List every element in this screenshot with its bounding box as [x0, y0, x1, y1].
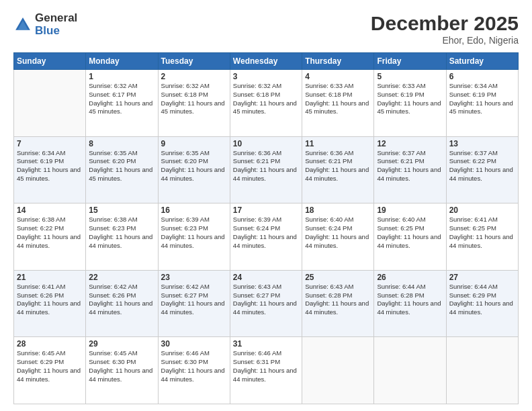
cell-info: Sunrise: 6:36 AMSunset: 6:21 PMDaylight:… [233, 149, 299, 183]
cell-info: Sunrise: 6:34 AMSunset: 6:19 PMDaylight:… [449, 82, 515, 116]
calendar-cell: 30Sunrise: 6:46 AMSunset: 6:30 PMDayligh… [158, 337, 230, 404]
day-number: 24 [233, 273, 299, 282]
day-number: 2 [161, 72, 227, 81]
calendar-cell: 4Sunrise: 6:33 AMSunset: 6:18 PMDaylight… [302, 70, 374, 137]
calendar-cell [374, 337, 446, 404]
calendar-cell: 1Sunrise: 6:32 AMSunset: 6:17 PMDaylight… [86, 70, 158, 137]
calendar-cell [302, 337, 374, 404]
header: General Blue December 2025 Ehor, Edo, Ni… [13, 12, 519, 46]
day-number: 11 [305, 139, 371, 148]
cell-info: Sunrise: 6:35 AMSunset: 6:20 PMDaylight:… [89, 149, 154, 183]
calendar-cell [446, 337, 518, 404]
cell-info: Sunrise: 6:32 AMSunset: 6:17 PMDaylight:… [89, 82, 154, 116]
calendar-cell: 31Sunrise: 6:46 AMSunset: 6:31 PMDayligh… [230, 337, 302, 404]
calendar-cell: 9Sunrise: 6:35 AMSunset: 6:20 PMDaylight… [158, 136, 230, 203]
cell-info: Sunrise: 6:39 AMSunset: 6:24 PMDaylight:… [233, 216, 299, 250]
day-number: 13 [449, 139, 515, 148]
cell-info: Sunrise: 6:38 AMSunset: 6:22 PMDaylight:… [17, 216, 83, 250]
calendar-cell: 14Sunrise: 6:38 AMSunset: 6:22 PMDayligh… [14, 203, 86, 271]
calendar-cell: 20Sunrise: 6:41 AMSunset: 6:25 PMDayligh… [446, 203, 518, 271]
logo-icon [13, 15, 32, 34]
calendar-cell: 5Sunrise: 6:33 AMSunset: 6:19 PMDaylight… [374, 70, 446, 137]
cell-info: Sunrise: 6:42 AMSunset: 6:26 PMDaylight:… [89, 283, 154, 317]
day-number: 31 [233, 339, 299, 349]
day-number: 20 [449, 205, 515, 215]
month-title: December 2025 [371, 12, 519, 35]
calendar-cell: 23Sunrise: 6:42 AMSunset: 6:27 PMDayligh… [158, 270, 230, 337]
day-number: 21 [17, 273, 83, 282]
day-number: 16 [161, 205, 227, 215]
cell-info: Sunrise: 6:37 AMSunset: 6:21 PMDaylight:… [377, 149, 443, 183]
calendar-cell: 29Sunrise: 6:45 AMSunset: 6:30 PMDayligh… [86, 337, 158, 404]
day-number: 8 [89, 139, 154, 148]
day-number: 30 [161, 339, 227, 349]
weekday-header-saturday: Saturday [446, 53, 518, 70]
day-number: 26 [377, 273, 443, 282]
cell-info: Sunrise: 6:46 AMSunset: 6:30 PMDaylight:… [161, 349, 227, 383]
day-number: 12 [377, 139, 443, 148]
cell-info: Sunrise: 6:44 AMSunset: 6:28 PMDaylight:… [377, 283, 443, 317]
day-number: 18 [305, 205, 371, 215]
day-number: 6 [449, 72, 515, 81]
calendar-week-row: 21Sunrise: 6:41 AMSunset: 6:26 PMDayligh… [14, 270, 519, 337]
cell-info: Sunrise: 6:45 AMSunset: 6:30 PMDaylight:… [89, 349, 154, 383]
calendar-cell: 28Sunrise: 6:45 AMSunset: 6:29 PMDayligh… [14, 337, 86, 404]
day-number: 9 [161, 139, 227, 148]
cell-info: Sunrise: 6:37 AMSunset: 6:22 PMDaylight:… [449, 149, 515, 183]
cell-info: Sunrise: 6:34 AMSunset: 6:19 PMDaylight:… [17, 149, 83, 183]
cell-info: Sunrise: 6:33 AMSunset: 6:18 PMDaylight:… [305, 82, 371, 116]
cell-info: Sunrise: 6:43 AMSunset: 6:28 PMDaylight:… [305, 283, 371, 317]
calendar-cell: 18Sunrise: 6:40 AMSunset: 6:24 PMDayligh… [302, 203, 374, 271]
calendar-cell: 3Sunrise: 6:32 AMSunset: 6:18 PMDaylight… [230, 70, 302, 137]
calendar-cell: 2Sunrise: 6:32 AMSunset: 6:18 PMDaylight… [158, 70, 230, 137]
day-number: 3 [233, 72, 299, 81]
day-number: 23 [161, 273, 227, 282]
cell-info: Sunrise: 6:38 AMSunset: 6:23 PMDaylight:… [89, 216, 154, 250]
weekday-header-wednesday: Wednesday [230, 53, 302, 70]
calendar-header-row: SundayMondayTuesdayWednesdayThursdayFrid… [14, 53, 519, 70]
cell-info: Sunrise: 6:35 AMSunset: 6:20 PMDaylight:… [161, 149, 227, 183]
page: General Blue December 2025 Ehor, Edo, Ni… [0, 0, 532, 411]
calendar-table: SundayMondayTuesdayWednesdayThursdayFrid… [13, 52, 519, 404]
cell-info: Sunrise: 6:32 AMSunset: 6:18 PMDaylight:… [161, 82, 227, 116]
cell-info: Sunrise: 6:40 AMSunset: 6:25 PMDaylight:… [377, 216, 443, 250]
calendar-cell: 7Sunrise: 6:34 AMSunset: 6:19 PMDaylight… [14, 136, 86, 203]
calendar-week-row: 14Sunrise: 6:38 AMSunset: 6:22 PMDayligh… [14, 203, 519, 271]
calendar-cell: 15Sunrise: 6:38 AMSunset: 6:23 PMDayligh… [86, 203, 158, 271]
cell-info: Sunrise: 6:45 AMSunset: 6:29 PMDaylight:… [17, 349, 83, 383]
weekday-header-tuesday: Tuesday [158, 53, 230, 70]
cell-info: Sunrise: 6:36 AMSunset: 6:21 PMDaylight:… [305, 149, 371, 183]
logo: General Blue [13, 12, 77, 37]
day-number: 5 [377, 72, 443, 81]
calendar-cell: 25Sunrise: 6:43 AMSunset: 6:28 PMDayligh… [302, 270, 374, 337]
calendar-cell: 11Sunrise: 6:36 AMSunset: 6:21 PMDayligh… [302, 136, 374, 203]
calendar-cell: 19Sunrise: 6:40 AMSunset: 6:25 PMDayligh… [374, 203, 446, 271]
calendar-week-row: 1Sunrise: 6:32 AMSunset: 6:17 PMDaylight… [14, 70, 519, 137]
day-number: 17 [233, 205, 299, 215]
calendar-week-row: 28Sunrise: 6:45 AMSunset: 6:29 PMDayligh… [14, 337, 519, 404]
calendar-cell: 16Sunrise: 6:39 AMSunset: 6:23 PMDayligh… [158, 203, 230, 271]
day-number: 29 [89, 339, 154, 349]
cell-info: Sunrise: 6:43 AMSunset: 6:27 PMDaylight:… [233, 283, 299, 317]
day-number: 1 [89, 72, 154, 81]
calendar-cell: 6Sunrise: 6:34 AMSunset: 6:19 PMDaylight… [446, 70, 518, 137]
day-number: 27 [449, 273, 515, 282]
cell-info: Sunrise: 6:46 AMSunset: 6:31 PMDaylight:… [233, 349, 299, 383]
calendar-cell: 21Sunrise: 6:41 AMSunset: 6:26 PMDayligh… [14, 270, 86, 337]
calendar-cell [14, 70, 86, 137]
cell-info: Sunrise: 6:40 AMSunset: 6:24 PMDaylight:… [305, 216, 371, 250]
logo-text: General Blue [35, 12, 77, 37]
weekday-header-thursday: Thursday [302, 53, 374, 70]
day-number: 19 [377, 205, 443, 215]
cell-info: Sunrise: 6:41 AMSunset: 6:25 PMDaylight:… [449, 216, 515, 250]
title-block: December 2025 Ehor, Edo, Nigeria [371, 12, 519, 46]
day-number: 10 [233, 139, 299, 148]
cell-info: Sunrise: 6:32 AMSunset: 6:18 PMDaylight:… [233, 82, 299, 116]
cell-info: Sunrise: 6:42 AMSunset: 6:27 PMDaylight:… [161, 283, 227, 317]
location-subtitle: Ehor, Edo, Nigeria [371, 35, 519, 46]
weekday-header-monday: Monday [86, 53, 158, 70]
calendar-cell: 24Sunrise: 6:43 AMSunset: 6:27 PMDayligh… [230, 270, 302, 337]
cell-info: Sunrise: 6:39 AMSunset: 6:23 PMDaylight:… [161, 216, 227, 250]
calendar-cell: 13Sunrise: 6:37 AMSunset: 6:22 PMDayligh… [446, 136, 518, 203]
calendar-cell: 27Sunrise: 6:44 AMSunset: 6:29 PMDayligh… [446, 270, 518, 337]
